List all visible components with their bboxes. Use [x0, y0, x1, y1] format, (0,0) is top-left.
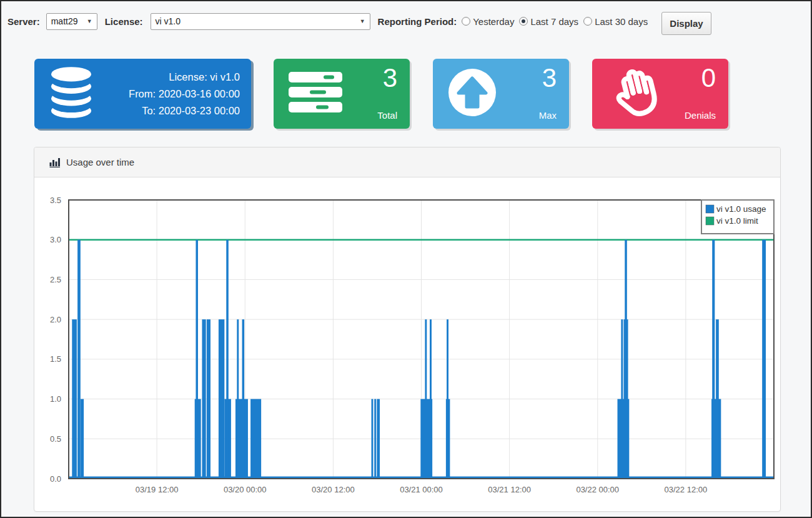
- server-label: Server:: [7, 16, 40, 27]
- server-stack-icon: [289, 72, 342, 116]
- svg-text:vi v1.0 limit: vi v1.0 limit: [716, 216, 758, 226]
- license-label: License:: [105, 16, 143, 27]
- chevron-down-icon: ▼: [360, 18, 365, 24]
- svg-text:3.0: 3.0: [50, 235, 61, 244]
- denials-value: 0: [701, 64, 716, 92]
- server-select-value: matt29: [51, 16, 78, 26]
- radio-last-7-days-label[interactable]: Last 7 days: [530, 16, 578, 27]
- arrow-up-circle-icon: [448, 68, 497, 119]
- max-card: 3 Max: [433, 59, 569, 129]
- svg-text:2.0: 2.0: [50, 315, 61, 324]
- server-select[interactable]: matt29 ▼: [46, 13, 97, 30]
- svg-text:3.5: 3.5: [50, 196, 61, 205]
- usage-panel: Usage over time 0.00.51.01.52.02.53.03.5…: [34, 147, 781, 512]
- radio-last-7-days[interactable]: [519, 17, 528, 26]
- svg-text:0.5: 0.5: [50, 434, 61, 444]
- usage-chart-area: 0.00.51.01.52.02.53.03.503/19 12:0003/20…: [34, 177, 780, 511]
- license-select[interactable]: vi v1.0 ▼: [151, 13, 370, 30]
- app-window: Server: matt29 ▼ License: vi v1.0 ▼ Repo…: [0, 0, 812, 518]
- radio-yesterday[interactable]: [462, 17, 470, 26]
- period-radio-group: Yesterday Last 7 days Last 30 days: [457, 16, 648, 27]
- radio-last-30-days-label[interactable]: Last 30 days: [595, 16, 648, 27]
- total-card: 3 Total: [274, 59, 410, 129]
- usage-panel-header: Usage over time: [34, 147, 780, 177]
- license-period-card: License: vi v1.0 From: 2020-03-16 00:00 …: [34, 59, 251, 129]
- denials-card: 0 Denials: [592, 59, 728, 129]
- usage-panel-title: Usage over time: [66, 157, 134, 167]
- toolbar: Server: matt29 ▼ License: vi v1.0 ▼ Repo…: [7, 1, 648, 41]
- svg-text:03/22 12:00: 03/22 12:00: [665, 485, 708, 494]
- display-button[interactable]: Display: [661, 12, 711, 35]
- hand-stop-icon: [607, 64, 662, 124]
- svg-text:1.0: 1.0: [50, 394, 61, 404]
- to-line: To: 2020-03-23 00:00: [129, 102, 240, 119]
- license-select-value: vi v1.0: [156, 16, 181, 26]
- svg-text:03/21 12:00: 03/21 12:00: [488, 485, 531, 494]
- total-value: 3: [383, 64, 397, 92]
- database-icon: [49, 66, 93, 122]
- denials-label: Denials: [685, 110, 716, 121]
- svg-text:03/20 00:00: 03/20 00:00: [224, 485, 267, 494]
- license-line: License: vi v1.0: [129, 69, 240, 86]
- max-label: Max: [539, 110, 557, 121]
- license-period-text: License: vi v1.0 From: 2020-03-16 00:00 …: [129, 69, 240, 119]
- chevron-down-icon: ▼: [87, 18, 92, 24]
- svg-text:03/19 12:00: 03/19 12:00: [136, 485, 179, 494]
- svg-text:vi v1.0 usage: vi v1.0 usage: [716, 204, 766, 214]
- max-value: 3: [542, 64, 557, 92]
- svg-text:0.0: 0.0: [50, 474, 61, 484]
- radio-last-30-days[interactable]: [583, 17, 592, 26]
- svg-text:1.5: 1.5: [50, 354, 61, 364]
- from-line: From: 2020-03-16 00:00: [129, 86, 240, 102]
- usage-chart[interactable]: 0.00.51.01.52.02.53.03.503/19 12:0003/20…: [34, 177, 780, 511]
- radio-yesterday-label[interactable]: Yesterday: [473, 16, 514, 27]
- reporting-period-label: Reporting Period:: [378, 16, 457, 27]
- svg-text:03/20 12:00: 03/20 12:00: [312, 485, 355, 494]
- bar-chart-icon: [49, 157, 61, 167]
- svg-text:03/22 00:00: 03/22 00:00: [576, 485, 619, 494]
- svg-text:2.5: 2.5: [50, 275, 61, 284]
- svg-text:03/21 00:00: 03/21 00:00: [400, 485, 443, 494]
- total-label: Total: [377, 110, 397, 121]
